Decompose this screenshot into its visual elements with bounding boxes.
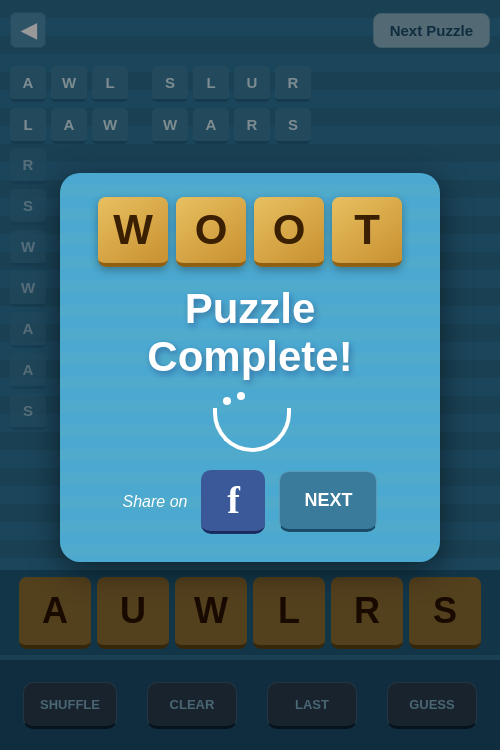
smiley-dot1 <box>223 397 231 405</box>
woot-word: W O O T <box>98 197 402 267</box>
facebook-button[interactable]: f <box>201 470 265 534</box>
puzzle-complete-text: Puzzle Complete! <box>147 285 352 382</box>
smiley-face <box>205 392 295 452</box>
puzzle-complete-modal: W O O T Puzzle Complete! Share on f NEXT <box>60 173 440 562</box>
woot-tile-O2: O <box>254 197 324 267</box>
facebook-icon: f <box>227 478 240 522</box>
smiley-dot2 <box>237 392 245 400</box>
woot-tile-W: W <box>98 197 168 267</box>
next-button[interactable]: NEXT <box>279 471 377 532</box>
modal-actions: Share on f NEXT <box>123 470 378 534</box>
woot-tile-O1: O <box>176 197 246 267</box>
woot-tile-T: T <box>332 197 402 267</box>
share-label: Share on <box>123 493 188 511</box>
